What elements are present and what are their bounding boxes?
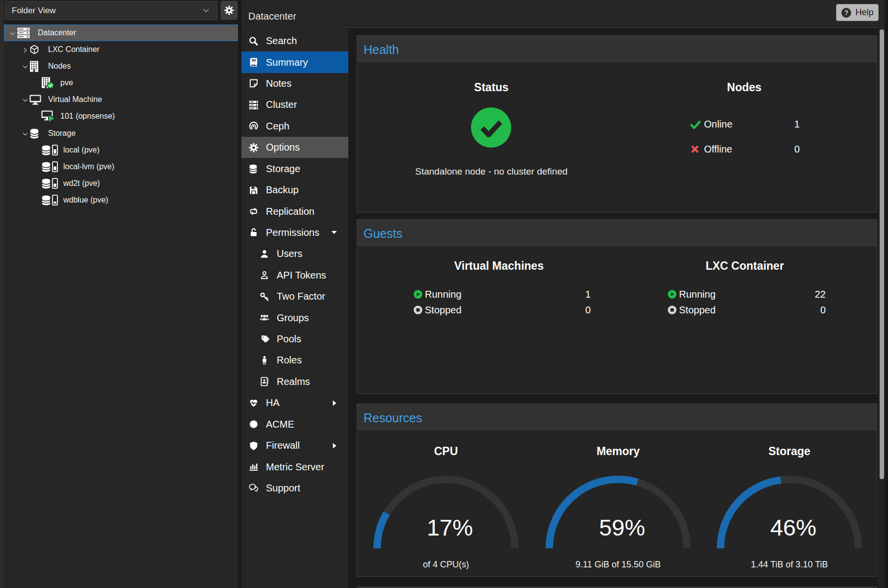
svg-text:?: ? [844,9,849,17]
